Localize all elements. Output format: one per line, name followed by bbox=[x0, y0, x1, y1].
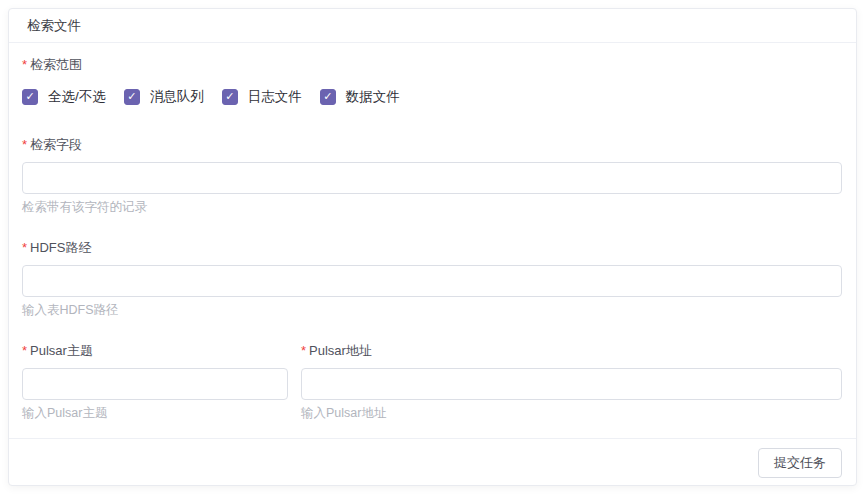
checkbox-box-message-queue[interactable]: ✓ bbox=[124, 89, 140, 105]
checkmark-icon: ✓ bbox=[323, 91, 332, 102]
pulsar-address-label-text: Pulsar地址 bbox=[309, 343, 372, 359]
hdfs-path-label-text: HDFS路经 bbox=[30, 240, 91, 256]
checkbox-data-file[interactable]: ✓ 数据文件 bbox=[320, 88, 400, 106]
checkmark-icon: ✓ bbox=[225, 91, 234, 102]
search-field-label-text: 检索字段 bbox=[30, 137, 82, 153]
hdfs-path-hint: 输入表HDFS路径 bbox=[22, 304, 842, 317]
search-field-label: * 检索字段 bbox=[22, 137, 842, 153]
checkmark-icon: ✓ bbox=[25, 91, 34, 102]
form-item-search-scope: * 检索范围 ✓ 全选/不选 ✓ 消息队列 ✓ 日志文件 ✓ 数据文件 bbox=[22, 57, 842, 105]
form-item-pulsar-topic: * Pulsar主题 输入Pulsar主题 bbox=[22, 343, 288, 420]
checkbox-box-select-all[interactable]: ✓ bbox=[22, 89, 38, 105]
checkbox-label-message-queue: 消息队列 bbox=[150, 88, 204, 106]
pulsar-address-hint: 输入Pulsar地址 bbox=[301, 407, 842, 420]
checkbox-log-file[interactable]: ✓ 日志文件 bbox=[222, 88, 302, 106]
form-body: * 检索范围 ✓ 全选/不选 ✓ 消息队列 ✓ 日志文件 ✓ 数据文件 bbox=[9, 43, 856, 438]
checkbox-box-data-file[interactable]: ✓ bbox=[320, 89, 336, 105]
checkbox-message-queue[interactable]: ✓ 消息队列 bbox=[124, 88, 204, 106]
hdfs-path-label: * HDFS路经 bbox=[22, 240, 842, 256]
hdfs-path-input[interactable] bbox=[22, 265, 842, 297]
form-item-search-field: * 检索字段 检索带有该字符的记录 bbox=[22, 137, 842, 214]
pulsar-row: * Pulsar主题 输入Pulsar主题 * Pulsar地址 输入Pulsa… bbox=[22, 343, 842, 420]
form-item-hdfs-path: * HDFS路经 输入表HDFS路径 bbox=[22, 240, 842, 317]
pulsar-address-label: * Pulsar地址 bbox=[301, 343, 842, 359]
pulsar-topic-input[interactable] bbox=[22, 368, 288, 400]
required-asterisk: * bbox=[22, 343, 27, 359]
required-asterisk: * bbox=[22, 240, 27, 256]
pulsar-topic-hint: 输入Pulsar主题 bbox=[22, 407, 288, 420]
search-scope-label-text: 检索范围 bbox=[30, 57, 82, 73]
search-scope-checkbox-group: ✓ 全选/不选 ✓ 消息队列 ✓ 日志文件 ✓ 数据文件 bbox=[22, 88, 842, 105]
search-file-card: 检索文件 * 检索范围 ✓ 全选/不选 ✓ 消息队列 ✓ 日志文件 bbox=[8, 8, 857, 486]
required-asterisk: * bbox=[301, 343, 306, 359]
card-footer: 提交任务 bbox=[9, 438, 856, 486]
search-scope-label: * 检索范围 bbox=[22, 57, 842, 73]
form-item-pulsar-address: * Pulsar地址 输入Pulsar地址 bbox=[301, 343, 842, 420]
checkbox-label-log-file: 日志文件 bbox=[248, 88, 302, 106]
submit-task-button[interactable]: 提交任务 bbox=[758, 448, 842, 478]
checkbox-select-all[interactable]: ✓ 全选/不选 bbox=[22, 88, 106, 106]
search-field-input[interactable] bbox=[22, 162, 842, 194]
pulsar-address-input[interactable] bbox=[301, 368, 842, 400]
search-field-hint: 检索带有该字符的记录 bbox=[22, 201, 842, 214]
checkbox-label-select-all: 全选/不选 bbox=[48, 88, 106, 106]
checkmark-icon: ✓ bbox=[127, 91, 136, 102]
required-asterisk: * bbox=[22, 57, 27, 73]
page-title: 检索文件 bbox=[27, 17, 81, 35]
checkbox-label-data-file: 数据文件 bbox=[346, 88, 400, 106]
card-header: 检索文件 bbox=[9, 9, 856, 43]
pulsar-topic-label-text: Pulsar主题 bbox=[30, 343, 93, 359]
required-asterisk: * bbox=[22, 137, 27, 153]
pulsar-topic-label: * Pulsar主题 bbox=[22, 343, 288, 359]
checkbox-box-log-file[interactable]: ✓ bbox=[222, 89, 238, 105]
